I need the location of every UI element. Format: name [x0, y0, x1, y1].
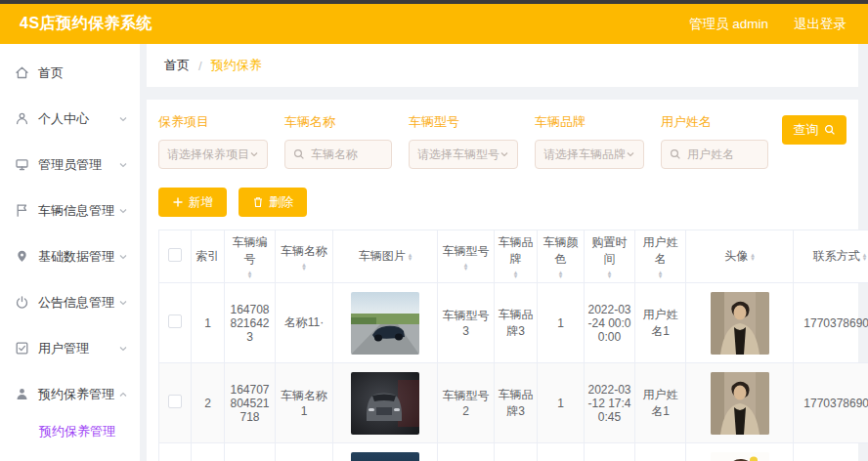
- chevron-down-icon: [499, 149, 509, 159]
- search-icon: [670, 148, 681, 160]
- vehicle-name-input[interactable]: [311, 147, 383, 161]
- filter-label-user-name: 用户姓名: [661, 113, 768, 131]
- col-header-vehicle-name: 车辆名称: [281, 243, 327, 260]
- cell-vehicle-no: 164707804521718: [225, 363, 276, 443]
- sidebar-item-label: 用户管理: [38, 340, 89, 357]
- cell-color: 4: [538, 443, 585, 461]
- app-title: 4S店预约保养系统: [20, 14, 152, 34]
- sidebar-item-label: 车辆信息管理: [38, 202, 114, 220]
- chevron-down-icon: [626, 149, 635, 159]
- filter-label-vehicle-model: 车辆型号: [409, 113, 518, 131]
- chevron-down-icon: [118, 344, 128, 354]
- col-header-avatar: 头像: [724, 248, 748, 265]
- sort-icon[interactable]: ▴▾: [302, 263, 306, 271]
- search-button[interactable]: 查询: [782, 115, 846, 145]
- sort-icon[interactable]: ▴▾: [464, 263, 468, 271]
- vehicle-model-select[interactable]: 请选择车辆型号: [409, 140, 518, 169]
- cell-model: 车辆型号3: [438, 283, 495, 363]
- sort-icon[interactable]: ▴▾: [559, 271, 563, 278]
- sidebar-subitem-maintenance-booking[interactable]: 预约保养管理: [0, 417, 140, 454]
- cell-phone: 17703786901: [794, 363, 868, 443]
- sidebar-item-user-management[interactable]: 用户管理: [0, 325, 140, 371]
- sidebar-item-maintenance-booking-management[interactable]: 预约保养管理: [0, 371, 140, 417]
- select-placeholder: 请选择车辆品牌: [543, 147, 626, 163]
- breadcrumb: 首页 / 预约保养: [147, 44, 858, 87]
- cell-model: 车辆型号2: [438, 363, 495, 443]
- car-photo-suv-dark: [351, 372, 419, 435]
- breadcrumb-separator: /: [198, 59, 202, 73]
- sidebar-item-label: 公告信息管理: [38, 294, 114, 312]
- cell-user-name: 用户姓名1: [635, 363, 686, 443]
- sort-icon[interactable]: ▴▾: [248, 271, 252, 278]
- table-header-row: 索引 车辆编号▴▾ 车辆名称▴▾ 车辆图片▴▾ 车辆型号▴▾ 车辆品牌▴▾ 车辆…: [159, 230, 868, 283]
- avatar-photo-man: [711, 372, 769, 435]
- home-icon: [15, 65, 29, 80]
- sidebar-item-admin-management[interactable]: 管理员管理: [0, 142, 140, 188]
- logout-link[interactable]: 退出登录: [794, 16, 846, 33]
- select-all-checkbox[interactable]: [168, 248, 182, 262]
- sidebar-item-vehicle-info-management[interactable]: 车辆信息管理: [0, 188, 140, 233]
- cell-color: 1: [538, 363, 585, 443]
- sidebar-item-label: 管理员管理: [38, 156, 102, 174]
- action-bar: 新增 删除: [158, 188, 846, 217]
- col-header-user-name: 用户姓名: [638, 234, 682, 268]
- sidebar-item-personal-center[interactable]: 个人中心: [0, 96, 140, 142]
- trash-icon: [252, 196, 264, 208]
- sidebar-item-label: 个人中心: [38, 110, 89, 128]
- col-header-brand: 车辆品牌: [498, 234, 534, 268]
- sort-icon[interactable]: ▴▾: [751, 253, 755, 261]
- cell-brand: 车辆品牌3: [495, 363, 538, 443]
- chevron-down-icon: [249, 149, 259, 159]
- delete-button[interactable]: 删除: [239, 188, 307, 217]
- cell-vehicle-name: 车辆名称4: [276, 443, 333, 461]
- cell-user-name: 用户姓名1: [635, 283, 686, 363]
- flag-icon: [15, 203, 29, 218]
- app-header: 4S店预约保养系统 管理员 admin 退出登录: [0, 4, 868, 44]
- row-checkbox[interactable]: [168, 314, 182, 328]
- sidebar-item-label: 基础数据管理: [38, 248, 114, 266]
- sort-icon[interactable]: ▴▾: [608, 271, 612, 278]
- select-placeholder: 请选择车辆型号: [417, 147, 499, 163]
- sort-icon[interactable]: ▴▾: [409, 253, 412, 261]
- user-name-input[interactable]: [687, 147, 760, 161]
- sort-icon[interactable]: ▴▾: [863, 253, 867, 261]
- add-button[interactable]: 新增: [158, 188, 227, 217]
- avatar-photo-man: [711, 292, 769, 355]
- sidebar-item-label: 首页: [38, 64, 64, 82]
- main-content: 首页 / 预约保养 保养项目 请选择保养项目 车辆名称: [140, 44, 868, 461]
- cell-vehicle-no: 16470780452179: [225, 443, 276, 461]
- cell-brand: 车辆品牌3: [495, 283, 538, 363]
- monitor-icon: [15, 157, 29, 172]
- cell-index: 1: [192, 283, 225, 363]
- avatar-cartoon-girl: [711, 452, 769, 461]
- current-user-label: 管理员 admin: [689, 16, 768, 33]
- col-header-model: 车辆型号: [443, 243, 490, 260]
- cell-index: 2: [192, 363, 225, 443]
- cell-user-name: 用户姓名2: [635, 443, 686, 461]
- chevron-down-icon: [118, 160, 128, 170]
- sort-icon[interactable]: ▴▾: [514, 271, 518, 278]
- cell-index: 3: [192, 443, 225, 461]
- select-placeholder: 请选择保养项目: [167, 147, 249, 163]
- cell-vehicle-name: 车辆名称1: [276, 363, 333, 443]
- table-row: 3 16470780452179 车辆名称4: [159, 443, 868, 461]
- plus-icon: [172, 196, 184, 208]
- cell-model: 车辆型号1: [438, 443, 495, 461]
- vehicle-brand-select[interactable]: 请选择车辆品牌: [535, 140, 644, 169]
- sort-icon[interactable]: ▴▾: [659, 271, 663, 278]
- cell-brand: 车辆品牌3: [495, 443, 538, 461]
- cell-purchase-time: 2022-03-12 17:40:45: [585, 443, 635, 461]
- chevron-down-icon: [118, 114, 128, 124]
- sidebar-item-notice-info-management[interactable]: 公告信息管理: [0, 279, 140, 325]
- cell-purchase-time: 2022-03-12 17:40:45: [585, 363, 635, 443]
- cell-phone: 17703786902: [794, 443, 868, 461]
- maintain-item-select[interactable]: 请选择保养项目: [158, 140, 268, 169]
- vehicle-name-search-box: [284, 140, 392, 169]
- row-checkbox[interactable]: [168, 395, 182, 408]
- user-name-search-box: [661, 140, 768, 169]
- breadcrumb-home[interactable]: 首页: [164, 57, 190, 74]
- sidebar-item-home[interactable]: 首页: [0, 50, 140, 96]
- booking-table: 索引 车辆编号▴▾ 车辆名称▴▾ 车辆图片▴▾ 车辆型号▴▾ 车辆品牌▴▾ 车辆…: [158, 230, 868, 461]
- sidebar-item-base-data-management[interactable]: 基础数据管理: [0, 233, 140, 279]
- cell-vehicle-name: 名称11·: [276, 283, 333, 363]
